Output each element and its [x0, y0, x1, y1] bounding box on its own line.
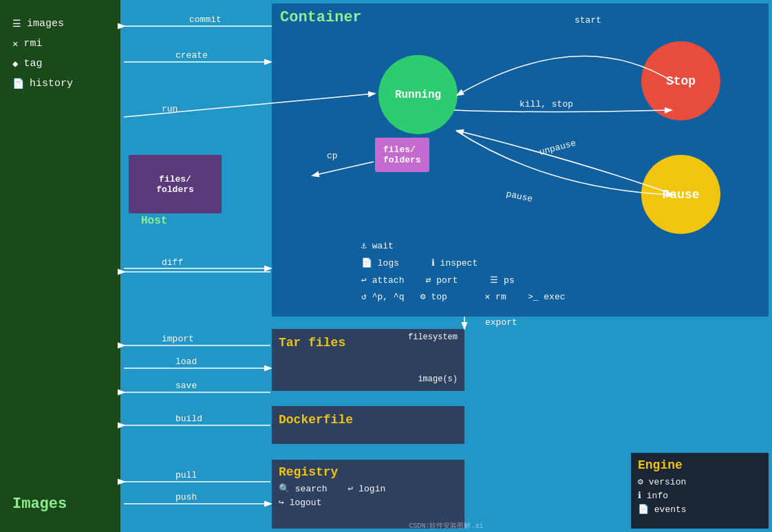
sidebar-item-images[interactable]: ☰ images: [7, 14, 114, 34]
doc-icon: 📄: [12, 78, 24, 89]
engine-title: Engine: [631, 453, 769, 475]
x-icon: ✕: [12, 38, 18, 50]
dockerfile-box: Dockerfile: [272, 406, 464, 444]
watermark: CSDN:软件安装图解.ai: [409, 521, 483, 531]
running-circle: Running: [378, 55, 458, 134]
logout-cmd: ↪ logout: [279, 498, 321, 508]
svg-text:cp: cp: [327, 151, 338, 161]
images-section-label: Images: [7, 490, 114, 518]
dockerfile-title: Dockerfile: [272, 406, 464, 434]
host-label: Host: [141, 215, 167, 227]
container-box: Container Running Stop Pause files/folde…: [272, 3, 769, 317]
list-icon: ☰: [12, 18, 21, 30]
registry-title: Registry: [272, 460, 464, 482]
diagram-area: Container Running Stop Pause files/folde…: [120, 0, 772, 532]
sidebar: ☰ images ✕ rmi ◆ tag 📄 history Images: [0, 0, 120, 532]
svg-text:kill, stop: kill, stop: [519, 99, 573, 109]
engine-box: Engine ⚙ version ℹ info 📄 events: [631, 453, 769, 529]
sidebar-item-history[interactable]: 📄 history: [7, 74, 114, 94]
pause-circle: Pause: [641, 155, 720, 234]
main-container: ☰ images ✕ rmi ◆ tag 📄 history Images Co…: [0, 0, 772, 532]
tar-files-box: filesystem Tar files image(s): [272, 329, 464, 391]
svg-text:pause: pause: [505, 189, 533, 204]
search-cmd: 🔍 search: [279, 483, 328, 494]
tar-images-label: image(s): [418, 374, 458, 384]
container-title: Container: [280, 9, 362, 26]
host-files-box: files/folders: [129, 155, 222, 213]
sidebar-item-tag[interactable]: ◆ tag: [7, 54, 114, 74]
tar-filesystem-label: filesystem: [408, 332, 458, 342]
login-cmd: ↩ login: [348, 483, 386, 494]
svg-text:unpause: unpause: [538, 138, 577, 158]
stop-circle: Stop: [641, 41, 720, 120]
tag-icon: ◆: [12, 58, 18, 70]
registry-box: Registry 🔍 search ↩ login ↪ logout: [272, 460, 464, 529]
container-commands: ⚓ wait 📄 logs ℹ inspect ↩ attach ⇄ port …: [361, 238, 566, 306]
sidebar-item-rmi[interactable]: ✕ rmi: [7, 34, 114, 54]
files-folders-container: files/folders: [375, 138, 429, 172]
svg-text:start: start: [575, 15, 601, 25]
